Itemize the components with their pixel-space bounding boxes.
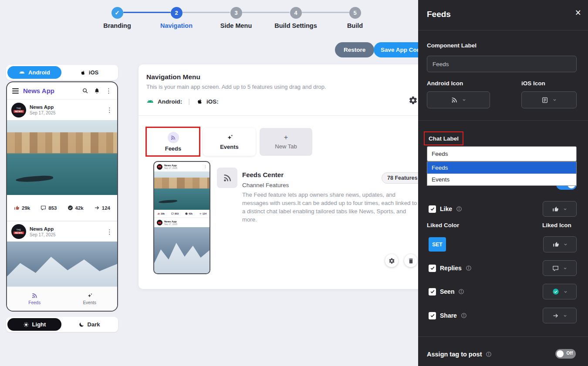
apple-icon: [80, 70, 86, 76]
step-navigation-label[interactable]: Navigation: [160, 22, 193, 29]
step-branding-label[interactable]: Branding: [103, 22, 131, 29]
android-toggle-label: Android: [28, 69, 50, 76]
android-icon-select[interactable]: [427, 91, 490, 108]
feature-settings-button[interactable]: [385, 254, 398, 267]
feature-tab-events[interactable]: Events: [203, 128, 256, 156]
share-icon-select[interactable]: [543, 308, 577, 323]
feature-tab-feeds[interactable]: Feeds: [147, 128, 199, 156]
post-stats-row: 29k 853 42k 124: [154, 210, 210, 218]
seen-stat[interactable]: 42k: [68, 205, 84, 211]
ios-icon-select[interactable]: [521, 91, 577, 108]
step-side-menu-label[interactable]: Side Menu: [220, 22, 252, 29]
dark-theme-label: Dark: [88, 321, 100, 328]
card-title: Navigation Menu: [146, 73, 200, 81]
restore-button[interactable]: Restore: [335, 42, 374, 57]
panel-title: Feeds: [427, 10, 451, 19]
step-side-menu[interactable]: 3 Side Menu: [206, 7, 267, 29]
search-icon[interactable]: [82, 87, 88, 94]
feature-delete-button[interactable]: [404, 254, 417, 267]
set-color-button[interactable]: SET: [429, 237, 446, 252]
step-build[interactable]: 5 Build: [324, 7, 385, 29]
seen-icon-select[interactable]: [543, 284, 577, 299]
bell-icon[interactable]: [94, 87, 100, 94]
app-builder-screen: ✓ Branding 2 Navigation 3 Side Menu 4 Bu…: [0, 0, 588, 366]
step-branding[interactable]: ✓ Branding: [87, 7, 148, 29]
info-icon[interactable]: [458, 289, 464, 295]
dropdown-option-events[interactable]: Events: [427, 174, 576, 185]
light-theme-button[interactable]: Light: [7, 318, 61, 331]
post-kebab-icon[interactable]: ⋮: [106, 228, 113, 235]
info-icon[interactable]: [466, 265, 472, 271]
step-side-menu-indicator[interactable]: 3: [230, 7, 242, 19]
arrow-right-icon: [94, 205, 100, 211]
share-label: Share: [440, 312, 457, 319]
phone-tabbar: Feeds Events: [7, 286, 117, 311]
like-checkbox[interactable]: [429, 205, 436, 213]
phone-app-title: News App: [23, 87, 54, 94]
toggle-state-label: Off: [567, 351, 573, 356]
check-icon: ✓: [115, 10, 120, 16]
phone-tab-feeds[interactable]: Feeds: [7, 287, 62, 311]
post-image-mountain: [154, 227, 210, 273]
kebab-menu-icon[interactable]: ⋮: [105, 87, 112, 94]
check-icon: [430, 289, 435, 294]
feature-subtitle: Channel Features: [242, 182, 289, 188]
kebab-menu-icon: ⋮: [204, 165, 207, 168]
feature-description: The Feed feature lets app owners share n…: [242, 191, 417, 224]
sparkle-icon: [86, 292, 93, 299]
feature-tab-new[interactable]: + New Tab: [260, 128, 312, 156]
phone-preview: News App ⋮ THE NEWS News App Sep 17, 202…: [6, 81, 118, 312]
ios-toggle-button[interactable]: iOS: [61, 69, 117, 76]
replies-checkbox[interactable]: [429, 265, 436, 272]
platform-toggle: Android iOS: [6, 65, 118, 80]
info-icon[interactable]: [486, 351, 492, 357]
likes-stat[interactable]: 29k: [14, 205, 30, 211]
step-build-indicator[interactable]: 5: [349, 7, 361, 19]
dark-theme-button[interactable]: Dark: [61, 321, 117, 328]
replies-stat[interactable]: 853: [41, 205, 57, 211]
assign-tag-toggle[interactable]: Off: [555, 349, 576, 359]
share-checkbox[interactable]: [429, 312, 436, 319]
gear-icon[interactable]: [409, 96, 418, 105]
chevron-down-icon: [553, 98, 557, 102]
shares-stat[interactable]: 124: [94, 205, 110, 211]
info-icon[interactable]: [461, 312, 467, 319]
component-label-input[interactable]: [427, 56, 577, 72]
post-image-canal: [7, 120, 117, 195]
gear-icon: [389, 258, 395, 264]
replies-icon-select[interactable]: [543, 260, 577, 276]
like-icon-select[interactable]: [543, 201, 577, 217]
step-branding-indicator[interactable]: ✓: [112, 7, 123, 19]
info-icon[interactable]: [456, 206, 462, 212]
post-author: News App: [30, 104, 56, 110]
feature-thumbnail: News App Sep 17, 2025 ⋮ 29k 853 42k 124 …: [153, 161, 210, 274]
thumbs-up-icon: [14, 205, 20, 211]
step-build-settings[interactable]: 4 Build Settings: [265, 7, 326, 29]
comment-icon: [41, 205, 46, 211]
features-count-badge: 78 Features: [382, 172, 423, 184]
liked-icon-select[interactable]: [543, 236, 577, 252]
post-image-canal: [154, 171, 210, 210]
dropdown-option-feeds[interactable]: Feeds: [427, 162, 576, 174]
step-navigation[interactable]: 2 Navigation: [146, 7, 207, 29]
navigation-menu-card: Navigation Menu This is your main app sc…: [139, 64, 440, 289]
rss-icon: [217, 168, 237, 188]
divider: [418, 30, 588, 30]
post-kebab-icon[interactable]: ⋮: [106, 107, 113, 113]
moon-icon: [78, 322, 84, 328]
step-navigation-indicator[interactable]: 2: [171, 7, 182, 19]
rss-icon: [168, 132, 179, 143]
step-build-settings-label[interactable]: Build Settings: [274, 22, 317, 29]
article-icon: [541, 97, 548, 104]
close-icon[interactable]: ×: [575, 8, 581, 18]
chevron-down-icon: [564, 290, 568, 294]
step-build-settings-indicator[interactable]: 4: [290, 7, 302, 19]
android-icon: [146, 97, 154, 105]
seen-checkbox[interactable]: [429, 288, 436, 295]
chat-label-select[interactable]: Feeds: [427, 146, 577, 161]
check-icon: [430, 265, 435, 271]
menu-icon[interactable]: [12, 88, 19, 94]
phone-tab-events[interactable]: Events: [62, 287, 118, 311]
step-build-label[interactable]: Build: [347, 22, 363, 29]
android-toggle-button[interactable]: Android: [7, 66, 61, 79]
